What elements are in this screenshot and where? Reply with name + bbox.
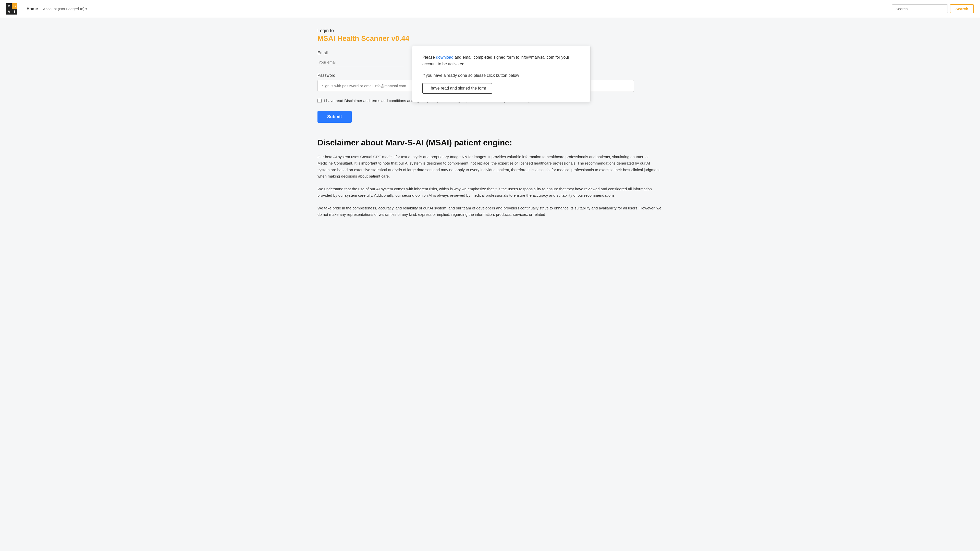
logo-cell-i: I [12,9,18,14]
form-section: Email Please download and email complete… [318,51,662,123]
submit-button[interactable]: Submit [318,111,352,123]
disclaimer-para-2: We understand that the use of our AI sys… [318,186,662,199]
email-field[interactable] [318,57,404,67]
login-prefix: Login to [318,28,662,33]
popup-subtitle: If you have already done so please click… [422,73,580,78]
logo-cell-a: A [6,9,12,14]
logo-cell-s: S [12,3,18,9]
disclaimer-title: Disclaimer about Marv-S-AI (MSAI) patien… [318,138,662,148]
popup-text-before: Please [422,55,436,59]
disclaimer-para-1: Our beta AI system uses Casual GPT model… [318,154,662,179]
search-area: Search [892,4,974,13]
app-title: MSAI Health Scanner v0.44 [318,35,662,43]
nav-home[interactable]: Home [24,5,41,13]
logo-cell-m: M [6,3,12,9]
disclaimer-section: Disclaimer about Marv-S-AI (MSAI) patien… [318,138,662,218]
terms-checkbox[interactable] [318,99,321,103]
nav-account-label: Account (Not Logged In) [43,6,84,11]
chevron-down-icon: ▾ [86,7,87,11]
nav-links: Home Account (Not Logged In) ▾ [24,5,892,13]
nav-account[interactable]: Account (Not Logged In) ▾ [43,6,87,11]
signed-button[interactable]: I have read and signed the form [422,83,492,94]
popup-text: Please download and email completed sign… [422,54,580,67]
main-content: Login to MSAI Health Scanner v0.44 Email… [311,18,669,234]
search-button[interactable]: Search [950,4,974,13]
logo-grid: M S A I [6,3,18,14]
disclaimer-para-3: We take pride in the completeness, accur… [318,205,662,218]
logo: M S A I [6,3,18,14]
navbar: M S A I Home Account (Not Logged In) ▾ S… [0,0,980,18]
download-link[interactable]: download [436,55,453,59]
search-input[interactable] [892,4,948,13]
activation-popup: Please download and email completed sign… [412,46,590,102]
